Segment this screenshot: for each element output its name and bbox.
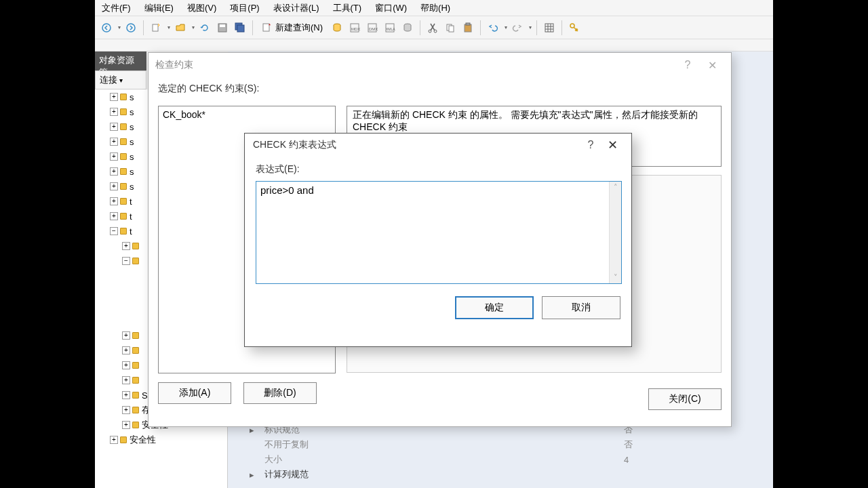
menu-help[interactable]: 帮助(H) — [414, 0, 457, 16]
tree-node[interactable]: s — [130, 107, 134, 117]
tree-expander[interactable]: + — [110, 123, 118, 131]
help-button[interactable]: ? — [675, 59, 700, 71]
tree-expander[interactable]: + — [110, 152, 118, 161]
tree-expander[interactable]: + — [122, 406, 130, 414]
db-icon-1[interactable] — [330, 20, 344, 35]
close-button[interactable]: ✕ — [700, 59, 724, 72]
tree-expander[interactable]: + — [110, 436, 118, 444]
tree-node[interactable]: s — [130, 182, 134, 192]
tree-node[interactable]: t — [130, 197, 132, 207]
delete-button[interactable]: 删除(D) — [243, 382, 317, 404]
save-icon[interactable] — [215, 20, 230, 35]
tree-expander[interactable]: − — [122, 257, 130, 265]
connect-label: 连接 — [100, 74, 117, 86]
menubar: 文件(F) 编辑(E) 视图(V) 项目(P) 表设计器(L) 工具(T) 窗口… — [95, 0, 773, 16]
svg-point-1 — [127, 24, 135, 32]
grid-icon[interactable] — [542, 20, 557, 35]
dialog-titlebar[interactable]: 检查约束 ? ✕ — [149, 53, 731, 77]
svg-point-18 — [434, 30, 437, 33]
tree-node[interactable]: t — [130, 226, 132, 237]
tree-node[interactable]: s — [130, 167, 134, 177]
tree-node[interactable]: s — [130, 122, 134, 132]
tree-expander[interactable]: − — [110, 227, 118, 235]
dmx-icon[interactable]: DMX — [365, 20, 380, 35]
cancel-button[interactable]: 取消 — [542, 296, 620, 319]
tree-node[interactable]: s — [130, 92, 134, 102]
redo-dropdown[interactable]: ▾ — [529, 24, 532, 30]
svg-rect-2 — [153, 24, 158, 31]
back-dropdown[interactable]: ▾ — [118, 24, 121, 30]
back-button[interactable] — [99, 20, 114, 35]
menu-view[interactable]: 视图(V) — [180, 0, 223, 16]
svg-rect-4 — [220, 24, 225, 27]
tree-expander[interactable]: + — [110, 212, 118, 220]
tree-expander[interactable]: + — [110, 182, 118, 190]
tree-node[interactable]: s — [130, 137, 134, 147]
mdx-icon[interactable]: MDX — [347, 20, 362, 35]
undo-icon[interactable] — [486, 20, 500, 35]
menu-window[interactable]: 窗口(W) — [368, 0, 414, 16]
new-query-label: 新建查询(N) — [275, 22, 323, 34]
new-item-dropdown[interactable]: ▾ — [167, 24, 170, 30]
tree-node[interactable]: s — [130, 152, 134, 162]
folder-icon — [132, 392, 139, 399]
expression-input[interactable] — [256, 182, 609, 283]
tree-expander[interactable]: + — [110, 93, 118, 101]
svg-point-0 — [102, 24, 111, 32]
tree-expander[interactable]: + — [110, 167, 118, 176]
tree-node[interactable]: 安全性 — [130, 434, 156, 446]
menu-file[interactable]: 文件(F) — [95, 0, 138, 16]
ok-button[interactable]: 确定 — [455, 296, 534, 319]
tree-expander[interactable]: + — [122, 391, 130, 399]
folder-icon — [120, 198, 127, 205]
tree-expander[interactable]: + — [110, 108, 118, 116]
tree-expander[interactable]: + — [122, 421, 130, 429]
svg-text:XMLA: XMLA — [386, 27, 395, 31]
menu-project[interactable]: 项目(P) — [223, 0, 266, 16]
add-button[interactable]: 添加(A) — [158, 382, 231, 404]
svg-text:*: * — [269, 22, 271, 28]
menu-tools[interactable]: 工具(T) — [326, 0, 369, 16]
tree-expander[interactable]: + — [122, 361, 130, 369]
refresh-icon[interactable] — [197, 20, 212, 35]
folder-icon — [120, 436, 127, 443]
open-dropdown[interactable]: ▾ — [192, 24, 195, 30]
redo-icon[interactable] — [510, 20, 525, 35]
paste-icon[interactable] — [460, 20, 475, 35]
prop-label: 不用于复制 — [244, 439, 624, 451]
close-dialog-button[interactable]: 关闭(C) — [648, 388, 722, 410]
tree-node[interactable]: t — [130, 211, 132, 222]
cut-icon[interactable] — [425, 20, 440, 35]
copy-icon[interactable] — [443, 20, 458, 35]
tree-expander[interactable]: + — [122, 242, 130, 250]
new-item-icon[interactable] — [149, 20, 163, 35]
svg-rect-21 — [465, 24, 471, 32]
menu-designer[interactable]: 表设计器(L) — [267, 0, 326, 16]
menu-edit[interactable]: 编辑(E) — [138, 0, 180, 16]
scrollbar[interactable]: ˄˅ — [609, 182, 621, 283]
xmla-icon[interactable]: XMLA — [382, 20, 397, 35]
connect-button[interactable]: 连接 ▾ — [95, 70, 146, 89]
help-button[interactable]: ? — [580, 139, 601, 151]
scroll-up-icon[interactable]: ˄ — [614, 183, 618, 192]
svg-rect-6 — [237, 25, 244, 32]
tree-expander[interactable]: + — [110, 197, 118, 205]
open-icon[interactable] — [173, 20, 188, 35]
tree-expander[interactable]: + — [110, 138, 118, 146]
tree-expander[interactable]: + — [122, 346, 130, 354]
expand-arrow-icon[interactable]: ▸ — [250, 470, 254, 480]
forward-button[interactable] — [123, 20, 138, 35]
dialog-titlebar[interactable]: CHECK 约束表达式 ? ✕ — [245, 134, 631, 157]
constraint-item[interactable]: CK_book* — [163, 109, 331, 120]
db-icon-2[interactable] — [400, 20, 415, 35]
close-button[interactable]: ✕ — [601, 138, 623, 152]
new-query-button[interactable]: * 新建查询(N) — [258, 20, 327, 35]
save-all-icon[interactable] — [233, 20, 248, 35]
undo-dropdown[interactable]: ▾ — [505, 24, 507, 30]
key-icon[interactable] — [567, 20, 582, 35]
tree-expander[interactable]: + — [122, 376, 130, 384]
scroll-down-icon[interactable]: ˅ — [614, 273, 618, 282]
folder-icon — [120, 153, 127, 160]
tree-expander[interactable]: + — [122, 331, 130, 340]
dialog-title: 检查约束 — [155, 59, 675, 71]
